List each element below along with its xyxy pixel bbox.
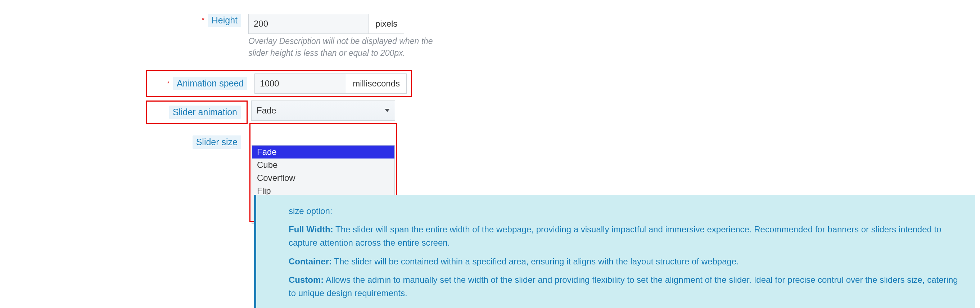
slider-animation-label-highlight: Slider animation	[146, 101, 248, 124]
label-slider-animation: Slider animation	[169, 105, 241, 119]
slider-size-info-panel: size option: Full Width: The slider will…	[254, 195, 975, 308]
height-input[interactable]	[248, 14, 369, 34]
info-custom-label: Custom:	[289, 275, 323, 284]
label-slider-size: Slider size	[192, 136, 241, 149]
slider-animation-option[interactable]: Fade	[252, 145, 395, 158]
animation-speed-unit: milliseconds	[346, 73, 407, 94]
height-unit: pixels	[369, 14, 404, 34]
info-container-label: Container:	[289, 257, 332, 266]
animation-speed-input[interactable]	[255, 73, 346, 94]
label-animation-speed: Animation speed	[173, 77, 247, 90]
info-full-width-label: Full Width:	[289, 224, 333, 234]
required-asterisk: *	[167, 80, 170, 87]
chevron-down-icon	[385, 109, 390, 112]
slider-animation-selected: Fade	[257, 105, 277, 116]
animation-speed-highlight: * Animation speed milliseconds	[146, 70, 412, 97]
slider-animation-option[interactable]: Coverflow	[252, 171, 395, 184]
label-height: Height	[208, 14, 241, 27]
info-full-width-text: The slider will span the entire width of…	[289, 224, 942, 247]
slider-animation-option[interactable]: Cube	[252, 158, 395, 171]
info-container-text: The slider will be contained within a sp…	[334, 257, 739, 266]
slider-animation-select[interactable]: Fade	[251, 101, 395, 121]
required-asterisk: *	[202, 17, 204, 24]
info-intro-suffix: size option:	[289, 206, 332, 216]
height-help-text: Overlay Description will not be displaye…	[248, 35, 443, 59]
info-custom-text: Allows the admin to manually set the wid…	[289, 275, 958, 298]
